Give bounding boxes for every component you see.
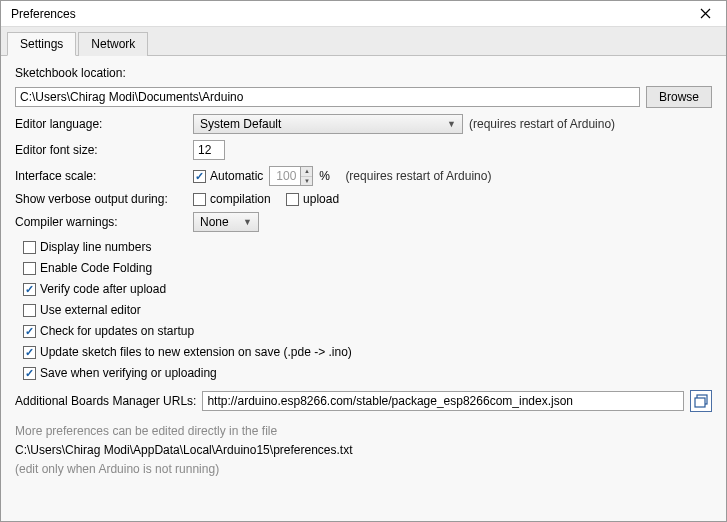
checkbox-icon: [23, 283, 36, 296]
option-checkbox-label: Verify code after upload: [40, 282, 166, 296]
option-checkbox-label: Update sketch files to new extension on …: [40, 345, 352, 359]
checkbox-icon: [23, 367, 36, 380]
compiler-warnings-value: None: [200, 215, 229, 229]
spinner-up-icon: ▲: [301, 167, 312, 177]
footer-line2: C:\Users\Chirag Modi\AppData\Local\Ardui…: [15, 441, 712, 460]
option-checkbox-label: Display line numbers: [40, 240, 151, 254]
interface-scale-label: Interface scale:: [15, 169, 187, 183]
scale-spinner[interactable]: ▲ ▼: [301, 166, 313, 186]
checkbox-icon: [23, 304, 36, 317]
additional-urls-label: Additional Boards Manager URLs:: [15, 394, 196, 408]
checkbox-icon: [23, 325, 36, 338]
checkbox-icon: [23, 346, 36, 359]
sketchbook-label: Sketchbook location:: [15, 66, 126, 80]
compiler-warnings-label: Compiler warnings:: [15, 215, 187, 229]
option-checkbox-label: Check for updates on startup: [40, 324, 194, 338]
option-checkbox-label: Enable Code Folding: [40, 261, 152, 275]
browse-button[interactable]: Browse: [646, 86, 712, 108]
close-button[interactable]: [692, 1, 718, 27]
editor-language-value: System Default: [200, 117, 281, 131]
verbose-upload-label: upload: [303, 192, 339, 206]
window-stack-icon: [694, 394, 708, 408]
additional-urls-input[interactable]: [202, 391, 684, 411]
option-checkbox-3[interactable]: Use external editor: [23, 303, 712, 317]
chevron-down-icon: ▼: [243, 217, 252, 227]
checkbox-icon: [286, 193, 299, 206]
verbose-upload-checkbox[interactable]: upload: [286, 192, 339, 206]
scale-value-input[interactable]: [269, 166, 301, 186]
sketchbook-path-input[interactable]: [15, 87, 640, 107]
option-checkbox-5[interactable]: Update sketch files to new extension on …: [23, 345, 712, 359]
scale-percent-label: %: [319, 169, 330, 183]
footer-line1: More preferences can be edited directly …: [15, 422, 712, 441]
tab-settings[interactable]: Settings: [7, 32, 76, 56]
scale-automatic-label: Automatic: [210, 169, 263, 183]
language-restart-hint: (requires restart of Arduino): [469, 117, 615, 131]
settings-panel: Sketchbook location: Browse Editor langu…: [1, 56, 726, 522]
compiler-warnings-select[interactable]: None ▼: [193, 212, 259, 232]
footer-notes: More preferences can be edited directly …: [15, 422, 712, 480]
option-checkbox-2[interactable]: Verify code after upload: [23, 282, 712, 296]
checkbox-icon: [193, 193, 206, 206]
titlebar: Preferences: [1, 1, 726, 27]
verbose-compilation-label: compilation: [210, 192, 271, 206]
checkbox-icon: [193, 170, 206, 183]
editor-font-size-input[interactable]: [193, 140, 225, 160]
option-checkbox-0[interactable]: Display line numbers: [23, 240, 712, 254]
chevron-down-icon: ▼: [447, 119, 456, 129]
show-verbose-label: Show verbose output during:: [15, 192, 187, 206]
tab-bar: Settings Network: [1, 27, 726, 56]
checkbox-icon: [23, 262, 36, 275]
edit-urls-button[interactable]: [690, 390, 712, 412]
close-icon: [700, 8, 711, 19]
footer-line3: (edit only when Arduino is not running): [15, 460, 712, 479]
editor-font-size-label: Editor font size:: [15, 143, 187, 157]
spinner-down-icon: ▼: [301, 177, 312, 186]
editor-language-label: Editor language:: [15, 117, 187, 131]
options-checkbox-list: Display line numbersEnable Code FoldingV…: [23, 240, 712, 380]
editor-language-select[interactable]: System Default ▼: [193, 114, 463, 134]
option-checkbox-label: Use external editor: [40, 303, 141, 317]
verbose-compilation-checkbox[interactable]: compilation: [193, 192, 271, 206]
option-checkbox-1[interactable]: Enable Code Folding: [23, 261, 712, 275]
option-checkbox-4[interactable]: Check for updates on startup: [23, 324, 712, 338]
svg-rect-1: [695, 398, 705, 407]
window-title: Preferences: [11, 7, 76, 21]
tab-network[interactable]: Network: [78, 32, 148, 56]
option-checkbox-6[interactable]: Save when verifying or uploading: [23, 366, 712, 380]
scale-restart-hint: (requires restart of Arduino): [345, 169, 491, 183]
scale-automatic-checkbox[interactable]: Automatic: [193, 169, 263, 183]
option-checkbox-label: Save when verifying or uploading: [40, 366, 217, 380]
checkbox-icon: [23, 241, 36, 254]
